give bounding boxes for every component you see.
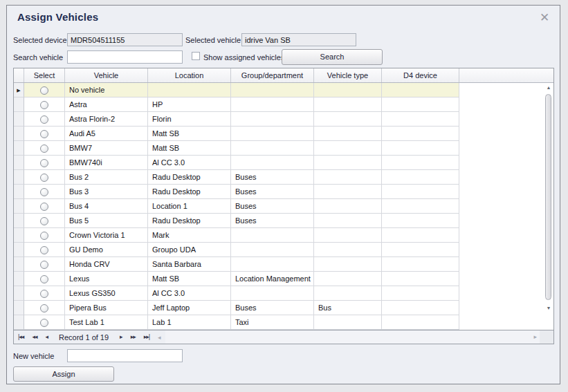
table-row[interactable]: Audi A5Matt SB: [14, 127, 553, 141]
group-cell[interactable]: Buses: [231, 199, 314, 214]
assign-button[interactable]: Assign: [13, 366, 114, 382]
select-cell[interactable]: [24, 127, 65, 141]
selected-device-field[interactable]: [67, 33, 183, 46]
d4-device-cell[interactable]: [382, 127, 459, 141]
table-row[interactable]: Crown Victoria 1Mark: [14, 228, 553, 243]
d4-device-cell[interactable]: [382, 199, 459, 214]
column-header-vehicle-type[interactable]: Vehicle type: [314, 68, 382, 82]
select-cell[interactable]: [24, 199, 65, 214]
vehicle-type-cell[interactable]: [314, 257, 382, 272]
vehicle-cell[interactable]: Lexus: [65, 272, 148, 286]
vehicle-type-cell[interactable]: [314, 83, 382, 97]
group-cell[interactable]: [231, 127, 314, 141]
table-row[interactable]: Bus 2Radu DesktopBuses: [14, 170, 553, 185]
nav-next-button[interactable]: ▸: [116, 330, 127, 344]
group-cell[interactable]: [231, 228, 314, 243]
vehicle-type-cell[interactable]: [314, 286, 382, 301]
vehicle-type-cell[interactable]: [314, 127, 382, 141]
location-cell[interactable]: Matt SB: [148, 141, 231, 156]
d4-device-cell[interactable]: [382, 170, 459, 185]
location-cell[interactable]: Groupo UDA: [148, 243, 231, 257]
group-cell[interactable]: Buses: [231, 170, 314, 185]
location-cell[interactable]: Radu Desktop: [148, 170, 231, 185]
select-radio[interactable]: [40, 304, 48, 312]
table-row[interactable]: AstraHP: [14, 97, 553, 112]
vehicle-cell[interactable]: Lexus GS350: [65, 286, 148, 301]
vehicle-type-cell[interactable]: [314, 228, 382, 243]
select-radio[interactable]: [40, 203, 48, 211]
group-cell[interactable]: [231, 257, 314, 272]
location-cell[interactable]: Radu Desktop: [148, 185, 231, 199]
new-vehicle-input[interactable]: [67, 349, 183, 362]
group-cell[interactable]: Buses: [231, 301, 314, 315]
vehicle-type-cell[interactable]: [314, 112, 382, 127]
d4-device-cell[interactable]: [382, 301, 459, 315]
d4-device-cell[interactable]: [382, 257, 459, 272]
vehicle-cell[interactable]: Pipera Bus: [65, 301, 148, 315]
select-radio[interactable]: [40, 319, 48, 327]
group-cell[interactable]: Taxi: [231, 315, 314, 330]
scroll-down-icon[interactable]: ▼: [544, 305, 553, 312]
location-cell[interactable]: Mark: [148, 228, 231, 243]
group-cell[interactable]: [231, 286, 314, 301]
vehicle-cell[interactable]: BMW740i: [65, 156, 148, 170]
select-cell[interactable]: [24, 315, 65, 330]
select-cell[interactable]: [24, 243, 65, 257]
select-cell[interactable]: [24, 97, 65, 112]
table-row[interactable]: Honda CRVSanta Barbara: [14, 257, 553, 272]
search-button[interactable]: Search: [282, 49, 383, 65]
vehicle-type-cell[interactable]: Bus: [314, 301, 382, 315]
group-cell[interactable]: Buses: [231, 214, 314, 228]
select-radio[interactable]: [40, 115, 48, 124]
column-header-vehicle[interactable]: Vehicle: [65, 68, 148, 82]
vehicle-cell[interactable]: Astra Florin-2: [65, 112, 148, 127]
select-cell[interactable]: [24, 185, 65, 199]
location-cell[interactable]: Lab 1: [148, 315, 231, 330]
d4-device-cell[interactable]: [382, 272, 459, 286]
location-cell[interactable]: Santa Barbara: [148, 257, 231, 272]
location-cell[interactable]: Matt SB: [148, 127, 231, 141]
location-cell[interactable]: Jeff Laptop: [148, 301, 231, 315]
group-cell[interactable]: [231, 112, 314, 127]
table-row[interactable]: Test Lab 1Lab 1Taxi: [14, 315, 553, 330]
group-cell[interactable]: Location Management: [231, 272, 314, 286]
vehicle-cell[interactable]: No vehicle: [65, 83, 148, 97]
vehicle-type-cell[interactable]: [314, 185, 382, 199]
table-row[interactable]: Bus 3Radu DesktopBuses: [14, 185, 553, 199]
d4-device-cell[interactable]: [382, 97, 459, 112]
show-assigned-checkbox[interactable]: [192, 52, 200, 60]
vehicle-type-cell[interactable]: [314, 272, 382, 286]
d4-device-cell[interactable]: [382, 185, 459, 199]
nav-prev-button[interactable]: ◂: [41, 330, 52, 344]
vehicle-cell[interactable]: Bus 5: [65, 214, 148, 228]
select-radio[interactable]: [40, 232, 48, 240]
select-cell[interactable]: [24, 301, 65, 315]
location-cell[interactable]: Radu Desktop: [148, 214, 231, 228]
close-icon[interactable]: ✕: [538, 11, 551, 25]
hscroll-right-icon[interactable]: ▸: [531, 330, 540, 344]
location-cell[interactable]: Location 1: [148, 199, 231, 214]
column-header-d4-device[interactable]: D4 device: [382, 68, 459, 82]
nav-next-page-button[interactable]: ▸▸: [127, 330, 140, 344]
d4-device-cell[interactable]: [382, 228, 459, 243]
location-cell[interactable]: Florin: [148, 112, 231, 127]
table-row[interactable]: BMW740iAl CC 3.0: [14, 156, 553, 170]
d4-device-cell[interactable]: [382, 83, 459, 97]
select-radio[interactable]: [40, 130, 48, 138]
select-radio[interactable]: [40, 261, 48, 269]
select-cell[interactable]: [24, 156, 65, 170]
d4-device-cell[interactable]: [382, 141, 459, 156]
nav-first-button[interactable]: |◂◂: [14, 330, 28, 344]
group-cell[interactable]: [231, 141, 314, 156]
table-row[interactable]: Lexus GS350Al CC 3.0: [14, 286, 553, 301]
vehicle-cell[interactable]: Bus 3: [65, 185, 148, 199]
select-cell[interactable]: [24, 214, 65, 228]
group-cell[interactable]: [231, 83, 314, 97]
select-cell[interactable]: [24, 286, 65, 301]
table-row[interactable]: GU DemoGroupo UDA: [14, 243, 553, 257]
scrollbar-thumb[interactable]: [545, 94, 551, 300]
select-radio[interactable]: [40, 101, 48, 109]
vehicle-cell[interactable]: Bus 4: [65, 199, 148, 214]
location-cell[interactable]: Al CC 3.0: [148, 286, 231, 301]
select-radio[interactable]: [40, 275, 48, 283]
